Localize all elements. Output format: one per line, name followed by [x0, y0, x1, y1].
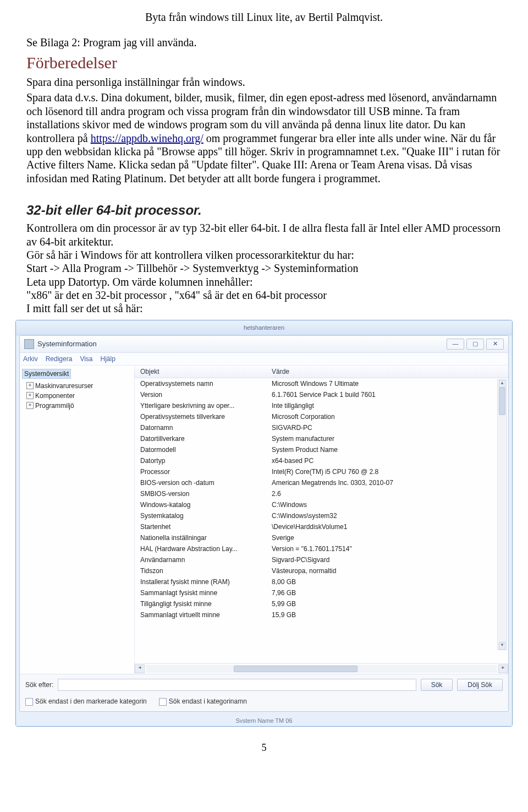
expand-icon[interactable]: + — [26, 382, 34, 389]
cell-objekt: Windows-katalog — [135, 501, 270, 509]
para-spara-installningar: Spara dina personliga inställningar från… — [26, 75, 502, 89]
table-row[interactable]: DatortillverkareSystem manufacturer — [135, 433, 508, 444]
menu-visa[interactable]: Visa — [80, 355, 92, 363]
cell-varde: Sverige — [270, 534, 508, 542]
cell-objekt: Systemkatalog — [135, 512, 270, 520]
table-row[interactable]: TidszonVästeuropa, normaltid — [135, 565, 508, 576]
tree-node-komponenter[interactable]: + Komponenter — [22, 391, 132, 401]
tree-pane: Systemöversikt + Maskinvaruresurser + Ko… — [20, 366, 135, 674]
table-row[interactable]: AnvändarnamnSigvard-PC\Sigvard — [135, 554, 508, 565]
scroll-left-icon[interactable]: ◄ — [135, 664, 145, 673]
table-row[interactable]: Nationella inställningarSverige — [135, 532, 508, 543]
cell-objekt: Nationella inställningar — [135, 534, 270, 542]
cell-varde: Microsoft Corporation — [270, 413, 508, 421]
menu-hjalp[interactable]: Hjälp — [101, 355, 116, 363]
cell-varde: American Megatrends Inc. 0303, 2010-07 — [270, 479, 508, 487]
cell-varde: 8,00 GB — [270, 578, 508, 586]
grid-body: ▲ ▼ Operativsystemets namnMicrosoft Wind… — [135, 378, 508, 663]
cell-varde: Microsoft Windows 7 Ultimate — [270, 380, 508, 388]
cell-varde: C:\Windows\system32 — [270, 512, 508, 520]
table-row[interactable]: Ytterligare beskrivning av oper...Inte t… — [135, 400, 508, 411]
para-32bit-body: Kontrollera om din processor är av typ 3… — [26, 221, 502, 315]
checkbox-icon[interactable] — [159, 698, 167, 706]
tree-node-maskinvara[interactable]: + Maskinvaruresurser — [22, 381, 132, 391]
heading-32bit: 32-bit eller 64-bit processor. — [26, 203, 502, 218]
table-row[interactable]: Sammanlagt fysiskt minne7,96 GB — [135, 587, 508, 598]
cell-varde: Inte tillgängligt — [270, 402, 508, 410]
menu-bar: Arkiv Redigera Visa Hjälp — [20, 353, 508, 366]
table-row[interactable]: Installerat fysiskt minne (RAM)8,00 GB — [135, 576, 508, 587]
table-row[interactable]: HAL (Hardware Abstraction Lay...Version … — [135, 543, 508, 554]
table-row[interactable]: Datortypx64-based PC — [135, 455, 508, 466]
cell-varde: Version = "6.1.7601.17514" — [270, 545, 508, 553]
cell-varde: Intel(R) Core(TM) i5 CPU 760 @ 2.8 — [270, 468, 508, 476]
cell-varde: \Device\HarddiskVolume1 — [270, 523, 508, 531]
cell-objekt: Sammanlagt virtuellt minne — [135, 611, 270, 619]
close-button[interactable]: ✕ — [486, 339, 504, 350]
vertical-scrollbar[interactable]: ▲ ▼ — [497, 379, 507, 650]
expand-icon[interactable]: + — [26, 402, 34, 409]
cell-objekt: Datortyp — [135, 457, 270, 465]
cell-objekt: Datormodell — [135, 446, 270, 454]
menu-redigera[interactable]: Redigera — [46, 355, 73, 363]
opt-catname-only[interactable]: Sök endast i kategorinamn — [159, 697, 247, 706]
opt-marked-only[interactable]: Sök endast i den markerade kategorin — [25, 697, 147, 706]
search-input[interactable] — [58, 679, 416, 691]
table-row[interactable]: Tillgängligt fysiskt minne5,99 GB — [135, 598, 508, 609]
cell-objekt: Operativsystemets namn — [135, 380, 270, 388]
heading-forberedelser: Förberedelser — [26, 53, 502, 72]
search-bar: Sök efter: Sök Dölj Sök — [20, 674, 508, 695]
cell-objekt: Datornamn — [135, 424, 270, 432]
col-objekt[interactable]: Objekt — [135, 368, 270, 375]
hide-search-button[interactable]: Dölj Sök — [457, 679, 503, 691]
winehq-link[interactable]: https://appdb.winehq.org/ — [91, 132, 204, 144]
expand-icon[interactable]: + — [26, 392, 34, 399]
cell-varde: System manufacturer — [270, 435, 508, 443]
search-button[interactable]: Sök — [421, 679, 453, 691]
cell-varde: System Product Name — [270, 446, 508, 454]
table-row[interactable]: BIOS-version och -datumAmerican Megatren… — [135, 477, 508, 488]
menu-arkiv[interactable]: Arkiv — [23, 355, 38, 363]
table-row[interactable]: Startenhet\Device\HarddiskVolume1 — [135, 521, 508, 532]
table-row[interactable]: Sammanlagt virtuellt minne15,9 GB — [135, 609, 508, 620]
scroll-down-icon[interactable]: ▼ — [499, 642, 505, 650]
table-row[interactable]: DatormodellSystem Product Name — [135, 444, 508, 455]
cell-varde: 2.6 — [270, 490, 508, 498]
cell-varde: 6.1.7601 Service Pack 1 build 7601 — [270, 391, 508, 399]
table-row[interactable]: Version6.1.7601 Service Pack 1 build 760… — [135, 389, 508, 400]
sysinfo-app-icon — [24, 339, 34, 349]
grid-header: Objekt Värde — [135, 366, 508, 378]
col-varde[interactable]: Värde — [270, 368, 508, 375]
hscroll-thumb[interactable] — [234, 666, 358, 672]
cell-objekt: Tillgängligt fysiskt minne — [135, 600, 270, 608]
para-forberedelser-body: Spara data d.v.s. Dina dokument, bilder,… — [26, 91, 502, 185]
table-row[interactable]: DatornamnSIGVARD-PC — [135, 422, 508, 433]
table-row[interactable]: Windows-katalogC:\Windows — [135, 499, 508, 510]
scroll-thumb[interactable] — [499, 388, 505, 415]
cell-varde: 7,96 GB — [270, 589, 508, 597]
cell-objekt: Användarnamn — [135, 556, 270, 564]
table-row[interactable]: Operativsystemets tillverkareMicrosoft C… — [135, 411, 508, 422]
cell-objekt: Tidszon — [135, 567, 270, 575]
table-row[interactable]: ProcessorIntel(R) Core(TM) i5 CPU 760 @ … — [135, 466, 508, 477]
cell-objekt: Processor — [135, 468, 270, 476]
cell-varde: 5,99 GB — [270, 600, 508, 608]
table-row[interactable]: SystemkatalogC:\Windows\system32 — [135, 510, 508, 521]
tree-root[interactable]: Systemöversikt — [22, 369, 71, 379]
minimize-button[interactable]: — — [447, 339, 464, 350]
tree-node-programmiljo[interactable]: + Programmiljö — [22, 401, 132, 411]
window-title: Systeminformation — [37, 340, 97, 348]
scroll-up-icon[interactable]: ▲ — [499, 380, 505, 388]
checkbox-icon[interactable] — [25, 698, 33, 706]
table-row[interactable]: SMBIOS-version2.6 — [135, 488, 508, 499]
window-titlebar: Systeminformation — ▢ ✕ — [20, 336, 508, 353]
horizontal-scrollbar[interactable]: ◄ ► — [135, 663, 508, 674]
cell-objekt: Startenhet — [135, 523, 270, 531]
maximize-button[interactable]: ▢ — [466, 339, 484, 350]
scroll-right-icon[interactable]: ► — [498, 664, 508, 673]
cell-varde: 15,9 GB — [270, 611, 508, 619]
table-row[interactable]: Operativsystemets namnMicrosoft Windows … — [135, 378, 508, 389]
search-options: Sök endast i den markerade kategorin Sök… — [20, 695, 508, 711]
cell-varde: x64-based PC — [270, 457, 508, 465]
cell-objekt: SMBIOS-version — [135, 490, 270, 498]
